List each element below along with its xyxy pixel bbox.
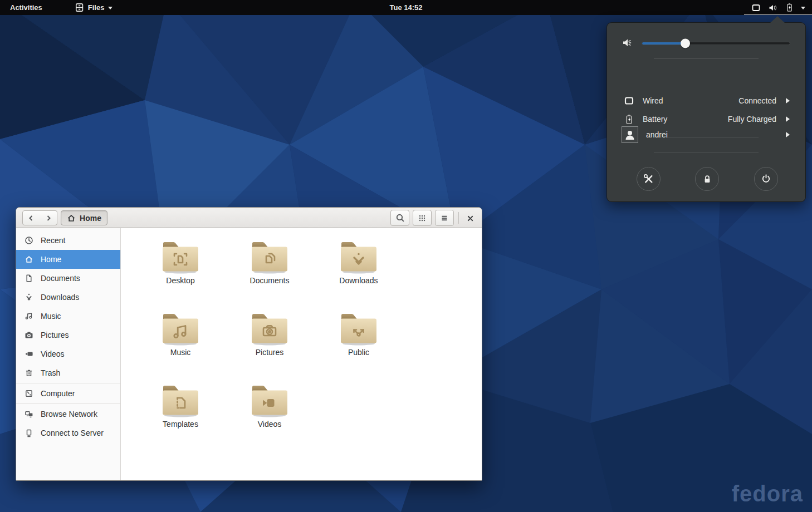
- sidebar-item-videos[interactable]: Videos: [16, 344, 120, 363]
- system-menu: Wired Connected Battery Fully Charged: [606, 22, 806, 202]
- recent-icon: [24, 236, 33, 245]
- folder-item-desktop[interactable]: Desktop: [136, 237, 225, 309]
- folder-icon: [336, 309, 381, 347]
- activities-button[interactable]: Activities: [7, 3, 46, 12]
- trash-icon: [24, 368, 33, 378]
- settings-button[interactable]: [637, 167, 661, 191]
- folder-item-pictures[interactable]: Pictures: [225, 309, 314, 381]
- battery-menu-row[interactable]: Battery Fully Charged: [607, 111, 805, 127]
- forward-button[interactable]: [40, 210, 57, 225]
- toolbar: Home: [16, 208, 482, 228]
- home-icon: [67, 214, 76, 223]
- sidebar-item-label: Downloads: [41, 293, 79, 302]
- tools-icon: [643, 174, 654, 184]
- view-grid-button[interactable]: [413, 210, 432, 226]
- sidebar-item-label: Pictures: [41, 331, 69, 339]
- submenu-arrow-icon: [786, 132, 790, 137]
- sidebar-item-browse-network[interactable]: Browse Network: [16, 405, 120, 424]
- sidebar-item-computer[interactable]: Computer: [16, 384, 120, 403]
- separator: [654, 152, 759, 152]
- sidebar-item-pictures[interactable]: Pictures: [16, 326, 120, 344]
- system-status-area[interactable]: [751, 0, 805, 15]
- folder-item-downloads[interactable]: Downloads: [314, 237, 403, 309]
- download-icon: [24, 293, 33, 302]
- folder-label: Documents: [250, 276, 290, 285]
- folder-label: Templates: [163, 420, 198, 429]
- folder-item-templates[interactable]: Templates: [136, 381, 225, 452]
- clock[interactable]: Tue 14:52: [389, 0, 422, 15]
- sidebar-item-trash[interactable]: Trash: [16, 363, 120, 382]
- camera-icon: [24, 331, 33, 340]
- back-button[interactable]: [22, 210, 40, 225]
- location-label: Home: [80, 214, 101, 223]
- app-menu-label: Files: [88, 3, 105, 12]
- wired-network-icon: [623, 96, 635, 106]
- location-button-home[interactable]: Home: [61, 210, 107, 225]
- lock-icon: [702, 174, 712, 184]
- lock-button[interactable]: [695, 167, 719, 191]
- folder-item-documents[interactable]: Documents: [225, 237, 314, 309]
- popup-arrow: [770, 16, 785, 23]
- folder-item-public[interactable]: Public: [314, 309, 403, 381]
- system-menu-open-indicator: [744, 14, 812, 15]
- sidebar-item-label: Documents: [41, 274, 80, 283]
- close-button[interactable]: [463, 211, 477, 225]
- sidebar-item-label: Recent: [41, 236, 65, 245]
- speaker-icon: [622, 37, 633, 48]
- power-button[interactable]: [754, 167, 778, 191]
- top-bar: Activities Files Tue 14:52: [0, 0, 812, 15]
- power-icon: [761, 174, 771, 184]
- folder-icon: [247, 309, 292, 347]
- document-icon: [24, 274, 33, 283]
- server-icon: [24, 429, 33, 438]
- network-icon: [751, 3, 761, 12]
- toolbar-separator: [458, 212, 459, 224]
- network-label: Wired: [643, 96, 663, 105]
- folder-item-videos[interactable]: Videos: [225, 381, 314, 452]
- network-browse-icon: [24, 410, 33, 419]
- folder-label: Downloads: [339, 276, 378, 285]
- sidebar-item-connect-to-server[interactable]: Connect to Server: [16, 424, 120, 442]
- video-icon: [24, 349, 33, 359]
- folder-item-music[interactable]: Music: [136, 309, 225, 381]
- chevron-right-icon: [44, 214, 53, 223]
- desktop: fedora Activities Files Tue 14:52: [0, 0, 812, 512]
- system-actions: [607, 167, 805, 191]
- file-grid: Desktop Documents: [121, 228, 482, 480]
- folder-label: Public: [348, 348, 369, 357]
- volume-slider[interactable]: [642, 42, 790, 45]
- network-menu-row[interactable]: Wired Connected: [607, 92, 805, 109]
- sidebar-item-recent[interactable]: Recent: [16, 231, 120, 250]
- volume-row: [607, 34, 805, 52]
- sidebar-item-label: Trash: [41, 368, 60, 377]
- search-icon: [395, 213, 405, 223]
- app-menu-button[interactable]: Files: [71, 3, 116, 12]
- search-button[interactable]: [390, 210, 409, 226]
- close-icon: [466, 214, 475, 223]
- folder-icon: [158, 381, 203, 419]
- sidebar-item-documents[interactable]: Documents: [16, 269, 120, 288]
- battery-icon: [785, 3, 794, 12]
- battery-status: Fully Charged: [728, 115, 776, 124]
- sidebar-separator: [16, 403, 120, 404]
- submenu-arrow-icon: [786, 116, 790, 122]
- sidebar-item-label: Browse Network: [41, 410, 97, 419]
- volume-knob[interactable]: [681, 39, 690, 48]
- user-menu-row[interactable]: andrei: [607, 126, 805, 144]
- folder-icon: [158, 237, 203, 275]
- sidebar-item-label: Home: [41, 255, 61, 264]
- sidebar-item-label: Videos: [41, 349, 65, 358]
- sidebar-item-music[interactable]: Music: [16, 307, 120, 326]
- chevron-down-icon: [801, 7, 805, 9]
- hamburger-menu-icon: [440, 214, 449, 223]
- chevron-down-icon: [108, 7, 112, 9]
- sidebar-item-home[interactable]: Home: [16, 250, 120, 269]
- sidebar-item-downloads[interactable]: Downloads: [16, 288, 120, 307]
- network-status: Connected: [738, 96, 776, 105]
- battery-icon: [623, 114, 635, 125]
- folder-label: Videos: [258, 420, 282, 429]
- music-icon: [24, 312, 33, 321]
- fedora-watermark: fedora: [732, 481, 803, 506]
- grid-view-icon: [418, 214, 427, 223]
- window-menu-button[interactable]: [435, 210, 454, 226]
